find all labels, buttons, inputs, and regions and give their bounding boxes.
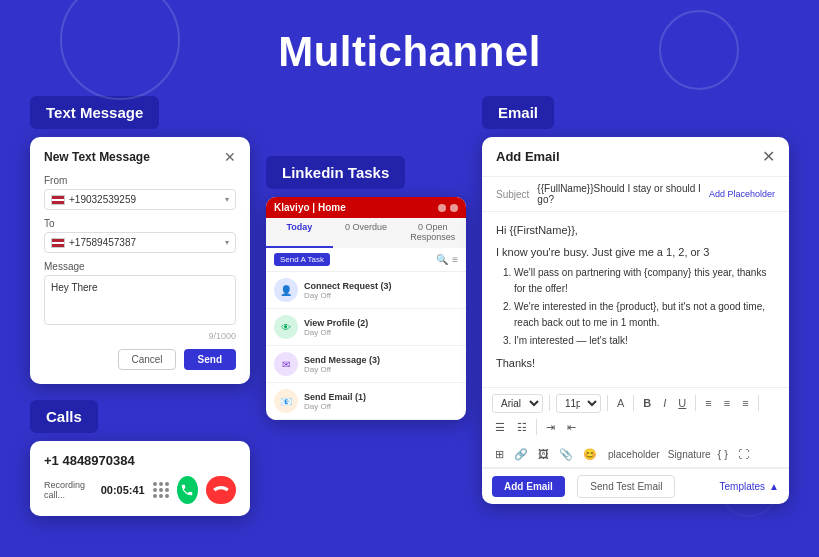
- email-body-item: We'll pass on partnering with {company} …: [514, 265, 775, 297]
- task-sub: Day Off: [304, 328, 458, 337]
- text-message-close-button[interactable]: ✕: [224, 149, 236, 165]
- from-label: From: [44, 175, 236, 186]
- attach-icon[interactable]: 📎: [556, 446, 576, 463]
- linkedin-task-item[interactable]: ✉ Send Message (3) Day Off: [266, 346, 466, 383]
- task-info: Connect Request (3) Day Off: [304, 281, 458, 300]
- task-icon: 👤: [274, 278, 298, 302]
- font-size-select[interactable]: 11pt: [556, 394, 601, 413]
- cancel-button[interactable]: Cancel: [118, 349, 175, 370]
- from-phone-select[interactable]: +19032539259 ▾: [44, 189, 236, 210]
- italic-button[interactable]: I: [660, 395, 669, 411]
- fullscreen-icon[interactable]: ⛶: [735, 446, 752, 462]
- email-body-line2: I know you're busy. Just give me a 1, 2,…: [496, 244, 775, 262]
- linkedin-badge: Linkedin Tasks: [266, 156, 405, 189]
- recording-label: Recording call...: [44, 480, 93, 500]
- linkedin-card: Klaviyo | Home Today 0 Overdue 0 Open Re…: [266, 197, 466, 420]
- align-left-button[interactable]: ≡: [702, 395, 714, 411]
- email-body-line1: Hi {{FirstName}},: [496, 222, 775, 240]
- to-phone-select[interactable]: +17589457387 ▾: [44, 232, 236, 253]
- task-icon: 👁: [274, 315, 298, 339]
- outdent-button[interactable]: ⇤: [564, 419, 579, 436]
- linkedin-filter-label[interactable]: Send A Task: [274, 253, 330, 266]
- send-button[interactable]: Send: [184, 349, 236, 370]
- indent-button[interactable]: ⇥: [543, 419, 558, 436]
- message-textarea[interactable]: Hey There: [44, 275, 236, 325]
- email-body: Hi {{FirstName}}, I know you're busy. Ju…: [482, 212, 789, 387]
- linkedin-tab-open[interactable]: 0 Open Responses: [399, 218, 466, 248]
- linkedin-tab-overdue[interactable]: 0 Overdue: [333, 218, 400, 248]
- signature-label: Signature: [668, 449, 711, 460]
- from-phone-value: +19032539259: [69, 194, 225, 205]
- linkedin-search-icon[interactable]: 🔍: [436, 254, 448, 265]
- text-message-modal-title: New Text Message: [44, 150, 150, 164]
- linkedin-filter-icon[interactable]: ≡: [452, 254, 458, 265]
- task-name: View Profile (2): [304, 318, 458, 328]
- list-button[interactable]: ☰: [492, 419, 508, 436]
- email-actions: Add Email Send Test Email Templates ▲: [482, 468, 789, 504]
- to-phone-value: +17589457387: [69, 237, 225, 248]
- task-info: Send Email (1) Day Off: [304, 392, 458, 411]
- table-icon[interactable]: ⊞: [492, 446, 507, 463]
- email-close-button[interactable]: ✕: [762, 147, 775, 166]
- bold-button[interactable]: B: [640, 395, 654, 411]
- font-color-button[interactable]: A: [614, 395, 627, 411]
- templates-chevron-icon: ▲: [769, 481, 779, 492]
- subject-value: {{FullName}}Should I stay or should I go…: [537, 183, 701, 205]
- call-end-button[interactable]: [206, 476, 236, 504]
- task-sub: Day Off: [304, 402, 458, 411]
- subject-label: Subject: [496, 189, 529, 200]
- email-toolbar-icons: ⊞ 🔗 🖼 📎 😊 placeholder Signature { } ⛶: [482, 442, 789, 468]
- linkedin-task-item[interactable]: 📧 Send Email (1) Day Off: [266, 383, 466, 420]
- text-message-badge: Text Message: [30, 96, 159, 129]
- task-info: View Profile (2) Day Off: [304, 318, 458, 337]
- page-title: Multichannel: [0, 0, 819, 96]
- dialpad-icon[interactable]: [153, 482, 169, 498]
- task-icon: 📧: [274, 389, 298, 413]
- ordered-list-button[interactable]: ☷: [514, 419, 530, 436]
- task-icon: ✉: [274, 352, 298, 376]
- text-message-card: New Text Message ✕ From +19032539259 ▾ T…: [30, 137, 250, 384]
- image-icon[interactable]: 🖼: [535, 446, 552, 462]
- link-icon[interactable]: 🔗: [511, 446, 531, 463]
- add-placeholder-button[interactable]: Add Placeholder: [709, 189, 775, 199]
- email-badge: Email: [482, 96, 554, 129]
- underline-button[interactable]: U: [675, 395, 689, 411]
- task-name: Send Message (3): [304, 355, 458, 365]
- message-label: Message: [44, 261, 236, 272]
- task-name: Connect Request (3): [304, 281, 458, 291]
- task-sub: Day Off: [304, 291, 458, 300]
- emoji-icon[interactable]: 😊: [580, 446, 600, 463]
- task-name: Send Email (1): [304, 392, 458, 402]
- from-chevron-icon: ▾: [225, 195, 229, 204]
- calls-phone-number: +1 4848970384: [44, 453, 236, 468]
- align-right-button[interactable]: ≡: [739, 395, 751, 411]
- to-chevron-icon: ▾: [225, 238, 229, 247]
- linkedin-tab-today[interactable]: Today: [266, 218, 333, 248]
- font-family-select[interactable]: Arial: [492, 394, 543, 413]
- source-code-icon[interactable]: { }: [715, 446, 731, 462]
- char-count: 9/1000: [44, 331, 236, 341]
- linkedin-header-title: Klaviyo | Home: [274, 202, 346, 213]
- calls-card: +1 4848970384 Recording call... 00:05:41: [30, 441, 250, 516]
- placeholder-label: placeholder: [608, 449, 660, 460]
- templates-label: Templates: [720, 481, 766, 492]
- email-body-thanks: Thanks!: [496, 355, 775, 373]
- email-body-item: I'm interested — let's talk!: [514, 333, 775, 349]
- task-sub: Day Off: [304, 365, 458, 374]
- align-center-button[interactable]: ≡: [721, 395, 733, 411]
- linkedin-task-item[interactable]: 👤 Connect Request (3) Day Off: [266, 272, 466, 309]
- linkedin-task-item[interactable]: 👁 View Profile (2) Day Off: [266, 309, 466, 346]
- email-body-item: We're interested in the {product}, but i…: [514, 299, 775, 331]
- task-info: Send Message (3) Day Off: [304, 355, 458, 374]
- templates-button[interactable]: Templates ▲: [720, 481, 779, 492]
- add-email-button[interactable]: Add Email: [492, 476, 565, 497]
- to-label: To: [44, 218, 236, 229]
- email-card: Add Email ✕ Subject {{FullName}}Should I…: [482, 137, 789, 504]
- send-test-button[interactable]: Send Test Email: [577, 475, 675, 498]
- call-answer-button[interactable]: [177, 476, 198, 504]
- email-modal-title: Add Email: [496, 149, 560, 164]
- call-timer: 00:05:41: [101, 484, 145, 496]
- email-toolbar: Arial 11pt A B I U ≡ ≡ ≡ ☰ ☷: [482, 387, 789, 442]
- calls-badge: Calls: [30, 400, 98, 433]
